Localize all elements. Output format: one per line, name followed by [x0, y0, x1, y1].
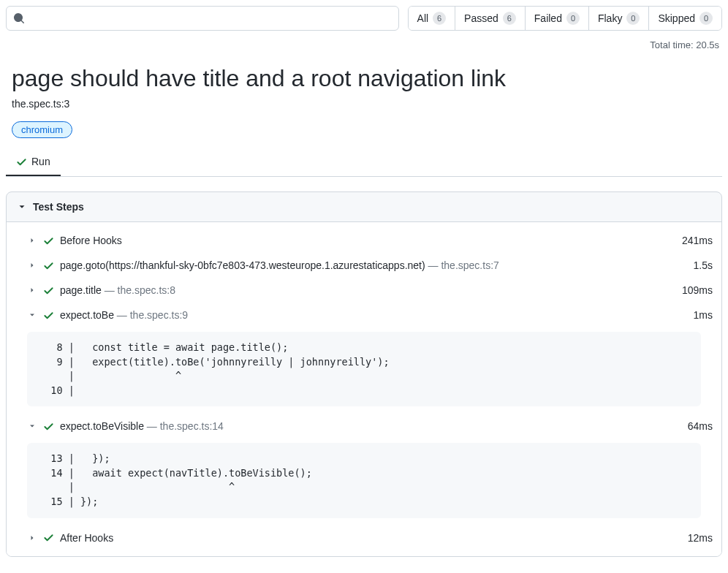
chevron-right-icon — [27, 261, 37, 270]
test-title: page should have title and a root naviga… — [12, 65, 722, 92]
filter-label: All — [417, 12, 429, 24]
step-duration: 12ms — [688, 532, 713, 544]
filter-count: 6 — [503, 12, 516, 25]
filter-flaky[interactable]: Flaky 0 — [589, 7, 649, 30]
test-steps-title: Test Steps — [33, 201, 84, 213]
filter-count: 6 — [433, 12, 446, 25]
chevron-down-icon — [27, 422, 37, 430]
filter-label: Skipped — [658, 12, 695, 24]
test-steps-panel: Test Steps Before Hooks 241ms page.goto(… — [6, 191, 722, 557]
check-icon — [43, 285, 54, 296]
step-duration: 241ms — [682, 235, 713, 246]
step-duration: 1.5s — [694, 259, 713, 271]
step-expect-tobe[interactable]: expect.toBe — the.spec.ts:9 1ms — [7, 303, 721, 327]
step-page-goto[interactable]: page.goto(https://thankful-sky-0bfc7e803… — [7, 253, 721, 278]
step-label: page.title — the.spec.ts:8 — [60, 284, 670, 296]
step-label: After Hooks — [60, 532, 676, 544]
filter-label: Passed — [464, 12, 498, 24]
filter-count: 0 — [626, 12, 640, 25]
top-bar: All 6 Passed 6 Failed 0 Flaky 0 Skipped … — [6, 6, 722, 31]
total-time: Total time: 20.5s — [6, 39, 719, 50]
test-steps-header[interactable]: Test Steps — [7, 192, 721, 222]
step-code-snippet: 8 | const title = await page.title(); 9 … — [27, 332, 701, 406]
search-input[interactable] — [6, 6, 399, 31]
step-duration: 109ms — [682, 284, 713, 296]
tabs: Run — [6, 148, 722, 177]
tab-run[interactable]: Run — [6, 148, 61, 176]
check-icon — [16, 156, 27, 167]
search-icon — [13, 12, 25, 24]
filter-group: All 6 Passed 6 Failed 0 Flaky 0 Skipped … — [408, 6, 722, 31]
test-steps-body: Before Hooks 241ms page.goto(https://tha… — [7, 222, 721, 556]
browser-chip[interactable]: chromium — [12, 121, 72, 138]
step-expect-tobevisible[interactable]: expect.toBeVisible — the.spec.ts:14 64ms — [7, 414, 721, 439]
filter-label: Flaky — [598, 12, 622, 24]
filter-passed[interactable]: Passed 6 — [455, 7, 526, 30]
step-after-hooks[interactable]: After Hooks 12ms — [7, 525, 721, 550]
step-page-title[interactable]: page.title — the.spec.ts:8 109ms — [7, 278, 721, 303]
check-icon — [43, 421, 54, 432]
test-location: the.spec.ts:3 — [12, 98, 722, 110]
filter-skipped[interactable]: Skipped 0 — [649, 7, 721, 30]
check-icon — [43, 532, 54, 543]
check-icon — [43, 235, 54, 246]
step-before-hooks[interactable]: Before Hooks 241ms — [7, 228, 721, 253]
tab-label: Run — [31, 156, 50, 167]
step-duration: 64ms — [688, 420, 713, 432]
filter-failed[interactable]: Failed 0 — [526, 7, 589, 30]
chevron-down-icon — [17, 202, 27, 212]
chevron-right-icon — [27, 236, 37, 245]
step-label: page.goto(https://thankful-sky-0bfc7e803… — [60, 259, 682, 271]
chevron-right-icon — [27, 286, 37, 295]
step-label: expect.toBe — the.spec.ts:9 — [60, 309, 682, 321]
chevron-right-icon — [27, 534, 37, 542]
chevron-down-icon — [27, 311, 37, 319]
filter-count: 0 — [699, 12, 713, 25]
filter-count: 0 — [566, 12, 580, 25]
step-label: expect.toBeVisible — the.spec.ts:14 — [60, 420, 676, 432]
search-wrapper — [6, 6, 399, 31]
filter-label: Failed — [534, 12, 562, 24]
step-duration: 1ms — [694, 309, 713, 321]
step-code-snippet: 13 | }); 14 | await expect(navTitle).toB… — [27, 443, 701, 517]
step-label: Before Hooks — [60, 235, 670, 246]
check-icon — [43, 310, 54, 321]
check-icon — [43, 260, 54, 271]
filter-all[interactable]: All 6 — [409, 7, 456, 30]
